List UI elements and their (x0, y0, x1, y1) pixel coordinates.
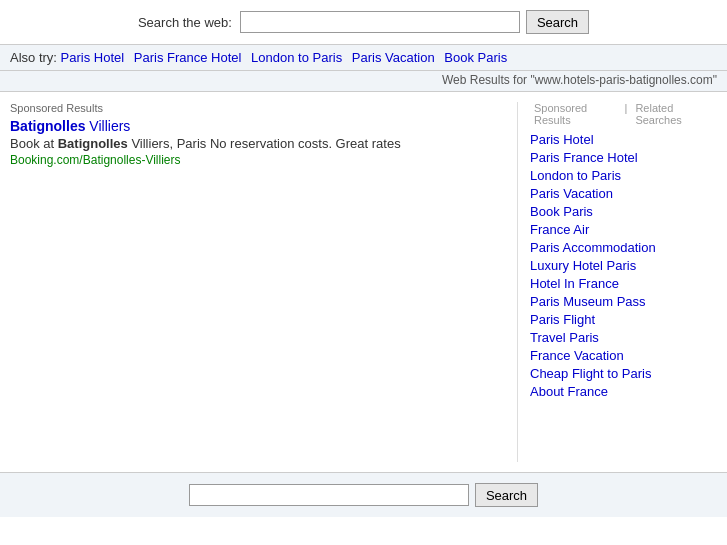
sponsored-label: Sponsored Results (10, 102, 497, 114)
sidebar-link-london-to-paris[interactable]: London to Paris (530, 168, 717, 183)
sidebar-divider: Sponsored Results | Related Searches (530, 102, 717, 126)
divider-pipe: | (625, 102, 628, 126)
sidebar-link-hotel-in-france[interactable]: Hotel In France (530, 276, 717, 291)
search-the-web-label: Search the web: (138, 15, 232, 30)
also-try-link-paris-france-hotel[interactable]: Paris France Hotel (134, 50, 242, 65)
sidebar-link-cheap-flight-to-paris[interactable]: Cheap Flight to Paris (530, 366, 717, 381)
main-content: Sponsored Results Batignolles Villiers B… (0, 92, 727, 472)
sponsored-results-label: Sponsored Results (534, 102, 617, 126)
results-left: Sponsored Results Batignolles Villiers B… (10, 102, 517, 462)
sidebar-link-paris-france-hotel[interactable]: Paris France Hotel (530, 150, 717, 165)
result-desc-post: Villiers, Paris No reservation costs. Gr… (128, 136, 401, 151)
result-title-rest: Villiers (85, 118, 130, 134)
result-desc-bold: Batignolles (58, 136, 128, 151)
result-item: Batignolles Villiers Book at Batignolles… (10, 118, 497, 167)
sidebar-link-france-air[interactable]: France Air (530, 222, 717, 237)
sidebar-link-about-france[interactable]: About France (530, 384, 717, 399)
result-desc: Book at Batignolles Villiers, Paris No r… (10, 136, 497, 151)
result-title-bold: Batignolles (10, 118, 85, 134)
related-searches-label: Related Searches (635, 102, 713, 126)
bottom-search-bar: Search (0, 472, 727, 517)
sidebar-link-france-vacation[interactable]: France Vacation (530, 348, 717, 363)
also-try-label: Also try: (10, 50, 57, 65)
top-search-bar: Search the web: Search (0, 0, 727, 45)
also-try-link-book-paris[interactable]: Book Paris (444, 50, 507, 65)
also-try-bar: Also try: Paris Hotel Paris France Hotel… (0, 45, 727, 71)
bottom-search-button[interactable]: Search (475, 483, 538, 507)
bottom-search-input[interactable] (189, 484, 469, 506)
also-try-link-paris-vacation[interactable]: Paris Vacation (352, 50, 435, 65)
sidebar-link-book-paris[interactable]: Book Paris (530, 204, 717, 219)
result-title: Batignolles Villiers (10, 118, 497, 134)
sidebar-link-travel-paris[interactable]: Travel Paris (530, 330, 717, 345)
sidebar-link-paris-vacation[interactable]: Paris Vacation (530, 186, 717, 201)
result-title-link[interactable]: Batignolles Villiers (10, 118, 130, 134)
results-right: Sponsored Results | Related Searches Par… (517, 102, 717, 462)
web-results-label: Web Results for "www.hotels-paris-batign… (0, 71, 727, 92)
web-results-text: Web Results for "www.hotels-paris-batign… (442, 73, 717, 87)
top-search-input[interactable] (240, 11, 520, 33)
sidebar-link-paris-accommodation[interactable]: Paris Accommodation (530, 240, 717, 255)
sidebar-link-paris-museum-pass[interactable]: Paris Museum Pass (530, 294, 717, 309)
result-desc-pre: Book at (10, 136, 58, 151)
result-url: Booking.com/Batignolles-Villiers (10, 153, 497, 167)
sidebar-links: Paris Hotel Paris France Hotel London to… (530, 132, 717, 399)
sidebar-link-luxury-hotel-paris[interactable]: Luxury Hotel Paris (530, 258, 717, 273)
also-try-link-paris-hotel[interactable]: Paris Hotel (61, 50, 125, 65)
sidebar-link-paris-flight[interactable]: Paris Flight (530, 312, 717, 327)
sidebar-link-paris-hotel[interactable]: Paris Hotel (530, 132, 717, 147)
top-search-button[interactable]: Search (526, 10, 589, 34)
also-try-link-london-to-paris[interactable]: London to Paris (251, 50, 342, 65)
